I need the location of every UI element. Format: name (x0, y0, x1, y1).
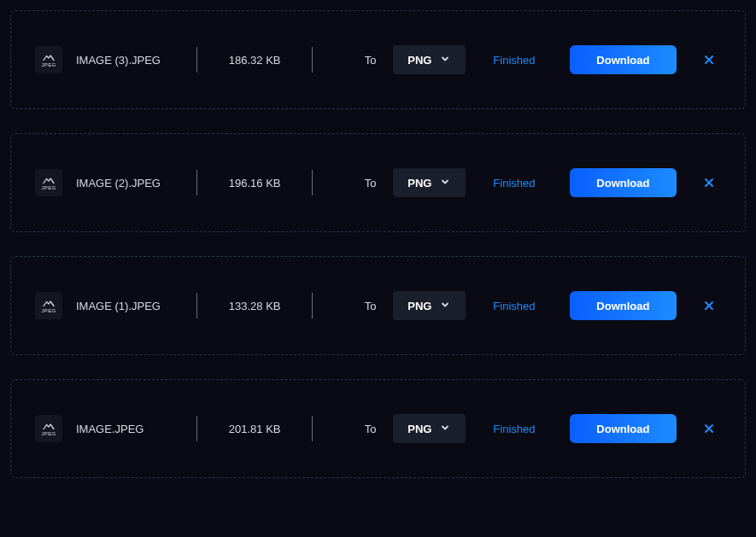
to-label: To (359, 300, 383, 312)
divider (196, 47, 197, 73)
divider (312, 293, 313, 318)
to-label: To (359, 177, 383, 190)
divider (312, 170, 313, 196)
format-select[interactable]: PNG (393, 414, 466, 443)
format-value: PNG (407, 54, 431, 67)
file-size: 133.28 KB (208, 300, 301, 312)
file-name: IMAGE (2).JPEG (76, 177, 186, 190)
file-type-icon: JPEG (35, 292, 62, 319)
close-icon[interactable] (697, 171, 721, 195)
file-type-label: JPEG (42, 431, 56, 436)
divider (312, 47, 313, 73)
divider (196, 416, 197, 441)
close-icon[interactable] (697, 294, 721, 318)
file-size: 201.81 KB (208, 423, 301, 435)
format-value: PNG (407, 177, 431, 190)
file-row: JPEG IMAGE.JPEG 201.81 KB To PNG Finishe… (35, 414, 721, 443)
file-name: IMAGE (3).JPEG (76, 54, 186, 67)
format-select[interactable]: PNG (393, 291, 466, 320)
file-type-icon: JPEG (35, 46, 62, 73)
chevron-down-icon (440, 54, 450, 67)
format-select[interactable]: PNG (393, 45, 466, 74)
download-button[interactable]: Download (570, 168, 677, 197)
file-type-icon: JPEG (35, 169, 62, 196)
divider (312, 416, 313, 441)
to-label: To (359, 423, 383, 435)
file-type-icon: JPEG (35, 415, 62, 442)
file-row: JPEG IMAGE (3).JPEG 186.32 KB To PNG Fin… (35, 45, 721, 74)
file-row: JPEG IMAGE (2).JPEG 196.16 KB To PNG Fin… (35, 168, 721, 197)
file-type-label: JPEG (42, 62, 56, 67)
file-row: JPEG IMAGE (1).JPEG 133.28 KB To PNG Fin… (35, 291, 721, 320)
download-button[interactable]: Download (570, 414, 677, 443)
status-label: Finished (476, 300, 553, 312)
status-label: Finished (476, 423, 553, 435)
file-name: IMAGE (1).JPEG (76, 300, 186, 312)
close-icon[interactable] (697, 48, 721, 72)
status-label: Finished (476, 54, 553, 67)
chevron-down-icon (440, 423, 450, 435)
file-card: JPEG IMAGE (3).JPEG 186.32 KB To PNG Fin… (10, 10, 746, 109)
to-label: To (359, 54, 383, 67)
format-select[interactable]: PNG (393, 168, 466, 197)
file-size: 196.16 KB (208, 177, 301, 190)
file-name: IMAGE.JPEG (76, 423, 186, 435)
chevron-down-icon (440, 300, 450, 312)
chevron-down-icon (440, 177, 450, 190)
format-value: PNG (407, 423, 431, 435)
file-type-label: JPEG (42, 185, 56, 190)
divider (196, 170, 197, 196)
status-label: Finished (476, 177, 553, 190)
file-card: JPEG IMAGE (1).JPEG 133.28 KB To PNG Fin… (10, 256, 746, 355)
download-button[interactable]: Download (570, 291, 677, 320)
format-value: PNG (407, 300, 431, 312)
download-button[interactable]: Download (570, 45, 677, 74)
file-size: 186.32 KB (208, 54, 301, 67)
file-card: JPEG IMAGE (2).JPEG 196.16 KB To PNG Fin… (10, 133, 746, 232)
file-card: JPEG IMAGE.JPEG 201.81 KB To PNG Finishe… (10, 379, 746, 478)
file-type-label: JPEG (42, 308, 56, 313)
close-icon[interactable] (697, 417, 721, 441)
divider (196, 293, 197, 318)
